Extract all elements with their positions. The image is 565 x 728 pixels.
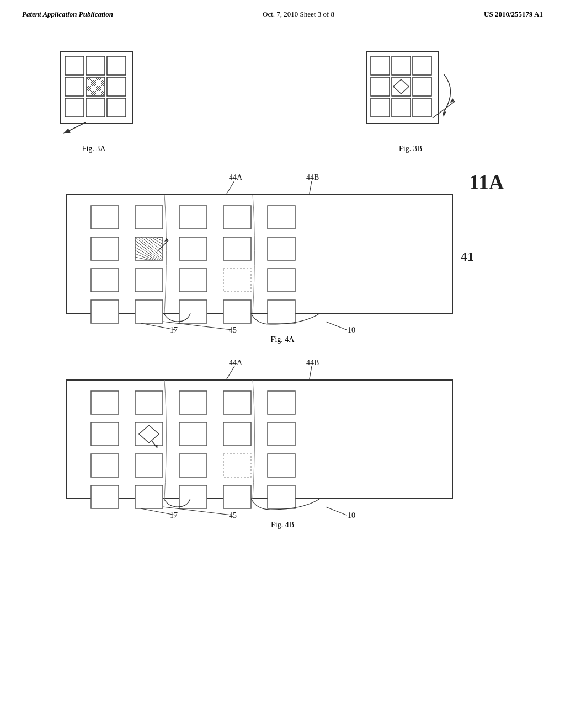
svg-rect-50 <box>223 206 251 229</box>
fig4b-svg: 44A 44B <box>33 350 530 526</box>
header-right: US 2010/255179 A1 <box>484 10 543 19</box>
svg-rect-116 <box>223 485 251 508</box>
svg-rect-107 <box>268 422 295 446</box>
svg-rect-99 <box>268 391 295 414</box>
svg-text:10: 10 <box>348 511 355 520</box>
svg-rect-3 <box>107 56 126 75</box>
svg-line-123 <box>326 507 347 515</box>
svg-rect-109 <box>135 454 163 477</box>
svg-rect-113 <box>91 485 119 508</box>
svg-rect-74 <box>135 269 163 292</box>
svg-rect-114 <box>135 485 163 508</box>
svg-text:41: 41 <box>461 249 474 264</box>
svg-text:44B: 44B <box>306 358 319 367</box>
svg-rect-29 <box>392 56 411 75</box>
fig-4b-label: Fig. 4B <box>33 521 532 529</box>
svg-text:10: 10 <box>348 326 355 334</box>
svg-rect-49 <box>179 206 207 229</box>
svg-rect-4 <box>65 77 84 96</box>
svg-line-44 <box>309 181 312 196</box>
svg-marker-38 <box>443 111 446 117</box>
svg-text:45: 45 <box>229 326 237 334</box>
svg-rect-80 <box>179 300 207 323</box>
svg-rect-78 <box>91 300 119 323</box>
svg-line-42 <box>225 181 234 196</box>
svg-rect-1 <box>65 56 84 75</box>
svg-rect-36 <box>392 98 411 117</box>
svg-rect-115 <box>179 485 207 508</box>
svg-rect-70 <box>179 237 207 260</box>
svg-rect-23 <box>86 98 105 117</box>
svg-rect-76 <box>223 269 251 292</box>
svg-rect-72 <box>268 237 295 260</box>
svg-rect-31 <box>371 77 390 96</box>
svg-rect-77 <box>268 269 295 292</box>
svg-text:45: 45 <box>229 511 237 520</box>
svg-rect-21 <box>107 77 126 96</box>
svg-text:17: 17 <box>170 511 178 520</box>
fig4a-svg: 44A 44B 11A <box>33 164 530 341</box>
svg-rect-73 <box>91 269 119 292</box>
fig4b-section: 44A 44B <box>33 350 532 529</box>
svg-rect-112 <box>268 454 295 477</box>
svg-rect-79 <box>135 300 163 323</box>
header-center: Oct. 7, 2010 Sheet 3 of 8 <box>263 10 334 19</box>
svg-rect-71 <box>223 237 251 260</box>
svg-rect-82 <box>268 300 295 323</box>
fig-4a-label: Fig. 4A <box>33 335 532 344</box>
svg-rect-111 <box>223 454 251 477</box>
svg-rect-81 <box>223 300 251 323</box>
svg-rect-24 <box>107 98 126 117</box>
svg-rect-108 <box>91 454 119 477</box>
svg-text:44A: 44A <box>229 358 243 367</box>
svg-rect-52 <box>91 237 119 260</box>
svg-line-91 <box>225 366 234 382</box>
svg-rect-2 <box>86 56 105 75</box>
svg-rect-75 <box>179 269 207 292</box>
svg-rect-51 <box>268 206 295 229</box>
svg-rect-48 <box>135 206 163 229</box>
svg-rect-95 <box>91 391 119 414</box>
svg-rect-22 <box>65 98 84 117</box>
top-figures-row: Fig. 3A <box>33 41 532 153</box>
svg-rect-110 <box>179 454 207 477</box>
header-left: Patent Application Publication <box>22 10 113 19</box>
fig4a-section: 44A 44B 11A <box>33 164 532 344</box>
svg-line-93 <box>309 366 312 382</box>
svg-rect-97 <box>179 391 207 414</box>
svg-rect-96 <box>135 391 163 414</box>
fig-3b-label: Fig. 3B <box>333 144 488 153</box>
svg-text:11A: 11A <box>469 170 504 194</box>
svg-text:44A: 44A <box>229 173 243 181</box>
fig3a-svg <box>33 41 154 140</box>
svg-rect-106 <box>223 422 251 446</box>
svg-text:44B: 44B <box>306 173 319 181</box>
svg-rect-117 <box>268 485 295 508</box>
main-content: Fig. 3A <box>0 24 565 540</box>
fig-3a-container: Fig. 3A <box>33 41 154 153</box>
svg-rect-35 <box>371 98 390 117</box>
svg-line-89 <box>326 322 347 330</box>
svg-rect-37 <box>413 98 431 117</box>
svg-rect-105 <box>179 422 207 446</box>
svg-rect-47 <box>91 206 119 229</box>
svg-rect-30 <box>413 56 431 75</box>
svg-rect-94 <box>66 380 452 499</box>
fig-3b-container: Fig. 3B <box>333 41 488 153</box>
page-header: Patent Application Publication Oct. 7, 2… <box>0 0 565 24</box>
svg-rect-34 <box>413 77 431 96</box>
svg-rect-98 <box>223 391 251 414</box>
fig-3a-label: Fig. 3A <box>33 144 154 153</box>
svg-rect-28 <box>371 56 390 75</box>
svg-text:17: 17 <box>170 326 178 334</box>
fig3b-svg <box>333 41 488 140</box>
svg-rect-100 <box>91 422 119 446</box>
svg-rect-46 <box>66 195 452 313</box>
